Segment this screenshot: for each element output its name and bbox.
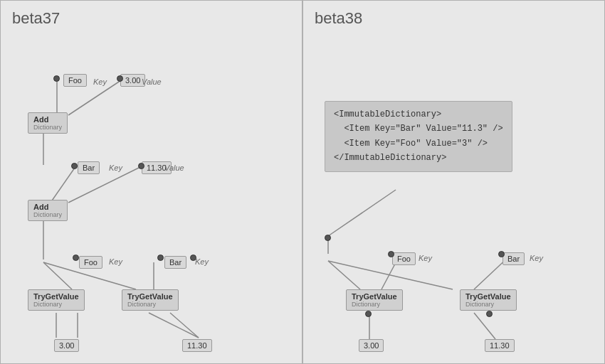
svg-line-6: [43, 262, 72, 289]
add-dictionary-2[interactable]: Add Dictionary: [28, 200, 68, 221]
dot-4: [138, 163, 144, 169]
dot-bar-38: [498, 251, 505, 257]
dot-dict: [325, 235, 331, 241]
dot-out-2: [486, 311, 493, 317]
value-bar: Bar: [78, 161, 100, 174]
dot-5: [73, 255, 79, 261]
output-11.30: 11.30: [182, 339, 212, 352]
value-bar-38: Bar: [503, 252, 525, 265]
dot-2: [117, 75, 123, 82]
add-dictionary-1[interactable]: Add Dictionary: [28, 112, 68, 134]
dot-3: [71, 163, 78, 169]
try-get-value-38-2[interactable]: TryGetValue Dictionary: [460, 289, 517, 311]
svg-line-12: [170, 313, 199, 338]
panel-beta38: beta38 <ImmutableDictionary> <Item Key="…: [302, 0, 605, 364]
svg-line-16: [328, 261, 453, 289]
tooltip-line-1: <ImmutableDictionary>: [334, 107, 503, 122]
panel-title-beta38: beta38: [303, 1, 604, 33]
svg-line-14: [328, 190, 396, 236]
label-value-1: Value: [142, 77, 162, 86]
svg-line-11: [149, 313, 199, 338]
dot-out-1: [365, 311, 372, 317]
label-key-38-2: Key: [530, 254, 543, 262]
canvas-beta37: Add Dictionary Add Dictionary TryGetValu…: [1, 33, 302, 364]
connections-svg-beta38: [303, 33, 604, 364]
svg-line-15: [328, 261, 360, 289]
label-key-38-1: Key: [419, 254, 432, 262]
tooltip-line-2: <Item Key="Bar" Value="11.3" />: [334, 122, 503, 136]
try-get-value-38-1[interactable]: TryGetValue Dictionary: [346, 289, 403, 311]
dot-6: [157, 255, 164, 261]
dot-1: [53, 75, 60, 82]
svg-line-20: [474, 313, 495, 339]
output-3.00: 3.00: [54, 339, 79, 352]
svg-line-3: [51, 168, 75, 203]
value-foo-38: Foo: [392, 252, 416, 265]
panel-title-beta37: beta37: [1, 1, 302, 33]
value-bar-2: Bar: [164, 256, 186, 269]
tooltip-line-3: <Item Key="Foo" Value="3" />: [334, 136, 503, 151]
output-3.00-38: 3.00: [359, 339, 384, 352]
label-value-2: Value: [164, 164, 184, 172]
try-get-value-1[interactable]: TryGetValue Dictionary: [28, 289, 85, 311]
dot-foo-38: [388, 251, 394, 257]
label-key-4: Key: [195, 257, 209, 266]
value-foo: Foo: [63, 74, 87, 87]
value-foo-2: Foo: [79, 256, 102, 269]
output-11.30-38: 11.30: [485, 339, 515, 352]
tooltip-line-4: </ImmutableDictionary>: [334, 151, 503, 165]
dot-7: [190, 255, 196, 261]
label-key-3: Key: [109, 257, 122, 266]
canvas-beta38: <ImmutableDictionary> <Item Key="Bar" Va…: [303, 33, 604, 364]
label-key-1: Key: [93, 77, 107, 86]
try-get-value-2[interactable]: TryGetValue Dictionary: [122, 289, 179, 311]
label-key-2: Key: [109, 164, 122, 172]
panel-beta37: beta37 Ad: [0, 0, 302, 364]
immutable-dictionary-tooltip: <ImmutableDictionary> <Item Key="Bar" Va…: [325, 101, 512, 172]
